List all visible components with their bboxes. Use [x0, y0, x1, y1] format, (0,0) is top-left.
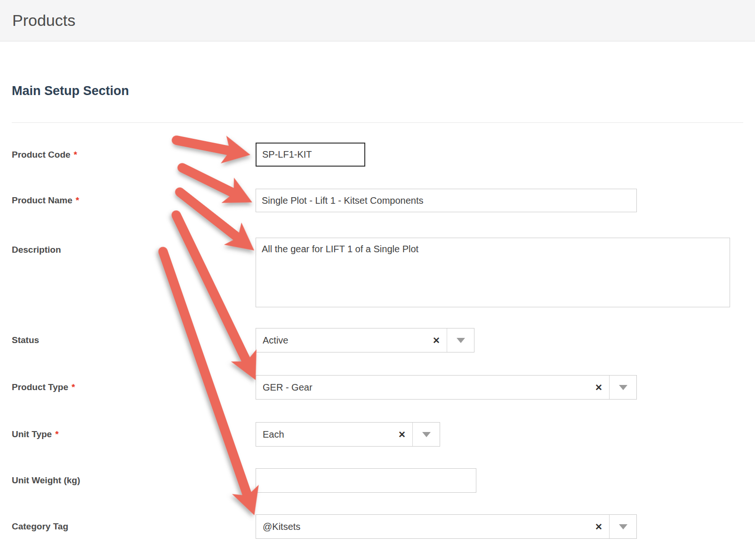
required-asterisk: * [76, 195, 79, 206]
arrow-to-product-code [174, 127, 253, 169]
page-title: Products [12, 11, 75, 30]
status-label: Status [12, 328, 39, 352]
required-asterisk: * [72, 382, 75, 392]
required-asterisk: * [55, 429, 58, 440]
arrow-to-product-name [176, 155, 258, 215]
arrow-to-product-type [163, 209, 268, 386]
description-textarea[interactable]: All the gear for LIFT 1 of a Single Plot [256, 238, 730, 307]
required-asterisk: * [74, 150, 77, 160]
dropdown-arrow-icon [422, 432, 431, 437]
clear-icon[interactable]: ✕ [433, 335, 440, 346]
products-page: Products Main Setup Section Product Code… [0, 0, 755, 560]
status-dropdown-button[interactable] [447, 328, 474, 352]
clear-icon[interactable]: ✕ [595, 382, 602, 393]
category-tag-dropdown-button[interactable] [609, 515, 636, 538]
dropdown-arrow-icon [619, 385, 627, 390]
arrow-to-category-tag [150, 247, 268, 520]
product-name-label: Product Name * [12, 189, 79, 212]
product-name-input[interactable] [256, 189, 637, 212]
category-tag-value: @Kitsets ✕ [256, 515, 609, 538]
product-type-combobox[interactable]: GER - Gear ✕ [256, 375, 637, 400]
product-code-input[interactable] [256, 143, 365, 167]
product-type-value: GER - Gear ✕ [256, 376, 609, 399]
unit-weight-label: Unit Weight (kg) [12, 468, 80, 493]
status-combobox[interactable]: Active ✕ [256, 328, 474, 352]
product-type-label: Product Type * [12, 375, 75, 400]
unit-weight-input[interactable] [256, 468, 476, 493]
dropdown-arrow-icon [619, 524, 627, 529]
section-divider [12, 122, 743, 123]
product-code-label: Product Code * [12, 143, 77, 167]
clear-icon[interactable]: ✕ [398, 429, 406, 440]
description-label: Description [12, 238, 61, 262]
arrow-to-description [171, 181, 263, 262]
unit-type-dropdown-button[interactable] [412, 423, 440, 446]
dropdown-arrow-icon [457, 338, 465, 343]
product-type-dropdown-button[interactable] [609, 376, 636, 399]
unit-type-label: Unit Type * [12, 422, 59, 447]
category-tag-combobox[interactable]: @Kitsets ✕ [256, 514, 637, 539]
category-tag-label: Category Tag [12, 514, 68, 539]
status-value: Active ✕ [256, 328, 447, 352]
unit-type-value: Each ✕ [256, 423, 412, 446]
section-title: Main Setup Section [12, 84, 129, 98]
page-header: Products [0, 0, 755, 41]
unit-type-combobox[interactable]: Each ✕ [256, 422, 440, 447]
clear-icon[interactable]: ✕ [595, 521, 602, 532]
